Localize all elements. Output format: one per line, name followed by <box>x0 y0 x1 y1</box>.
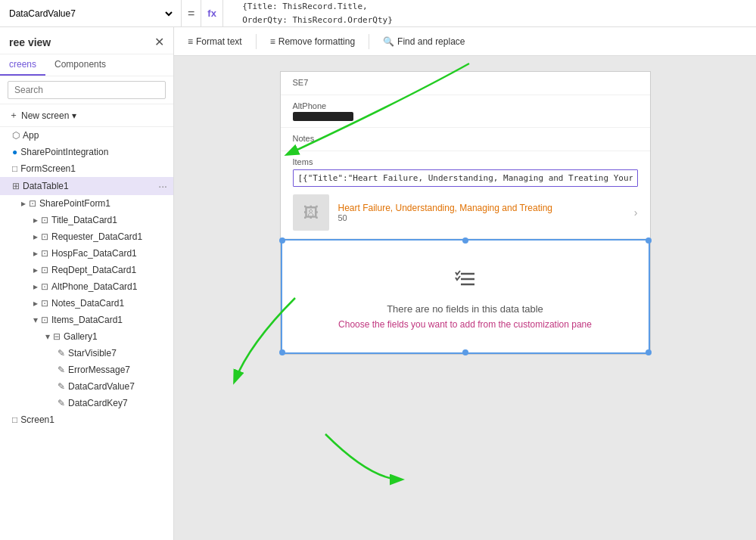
gallery-subtitle: 50 <box>338 213 625 222</box>
se7-section: SE7 <box>281 72 650 95</box>
expand-icon: ▾ <box>33 315 38 325</box>
right-panel: ≡ Format text ≡ Remove formatting 🔍 Find… <box>174 27 756 540</box>
tree-item-label: ErrorMessage7 <box>68 365 167 375</box>
format-text-button[interactable]: ≡ Format text <box>180 33 250 50</box>
screen-icon: □ <box>12 414 17 425</box>
tree-header: ree view ✕ <box>0 27 173 54</box>
search-container <box>0 76 173 104</box>
gallery-text: Heart Failure, Understanding, Managing a… <box>338 203 625 222</box>
tree-items: ⬡ App ● SharePointIntegration □ FormScre… <box>0 127 173 540</box>
screen-icon: □ <box>12 163 17 174</box>
app-icon: ⬡ <box>12 130 20 141</box>
remove-formatting-button[interactable]: ≡ Remove formatting <box>263 33 362 50</box>
data-table-empty: There are no fields in this data table C… <box>282 241 649 352</box>
tree-item-title-datacard[interactable]: ▸ ⊡ Title_DataCard1 <box>0 212 173 228</box>
tree-item-notes-datacard[interactable]: ▸ ⊡ Notes_DataCard1 <box>0 295 173 312</box>
chevron-down-icon: ▾ <box>72 110 76 121</box>
selection-handle-tr <box>646 237 652 244</box>
datacard-icon: ⊡ <box>41 231 48 242</box>
notes-section: Notes <box>281 128 650 151</box>
search-input[interactable] <box>8 81 166 99</box>
close-button[interactable]: ✕ <box>154 35 164 49</box>
gallery-item[interactable]: 🖼 Heart Failure, Understanding, Managing… <box>281 187 650 239</box>
tree-tabs: creens Components <box>0 54 173 76</box>
tree-title: ree view <box>9 36 51 48</box>
altphone-section: AltPhone <box>281 95 650 128</box>
gallery-chevron-icon: › <box>634 206 638 219</box>
selection-handle-br <box>646 349 652 355</box>
data-table-link[interactable]: Choose the fields you want to add from t… <box>338 319 592 330</box>
tree-item-formscreen1[interactable]: □ FormScreen1 <box>0 160 173 177</box>
tree-item-label: FormScreen1 <box>20 163 167 174</box>
gallery-thumbnail: 🖼 <box>293 194 329 231</box>
items-label: Items <box>293 157 638 166</box>
tree-item-label: DataCardValue7 <box>68 381 167 392</box>
more-options-button[interactable]: ··· <box>158 180 167 192</box>
equals-sign: = <box>182 0 201 26</box>
tree-item-label: SharePointIntegration <box>20 147 167 157</box>
find-replace-button[interactable]: 🔍 Find and replace <box>375 33 472 50</box>
formula-bar: DataCardValue7 = fx ForAll(ParseJSON(Dat… <box>0 0 756 27</box>
form-card: SE7 AltPhone Notes Items <box>280 71 651 355</box>
image-placeholder-icon: 🖼 <box>303 204 319 222</box>
selection-handle-bl <box>279 349 285 355</box>
tree-item-screen1[interactable]: □ Screen1 <box>0 411 173 428</box>
selection-handle-tl <box>279 237 285 244</box>
tree-item-label: Gallery1 <box>64 331 167 342</box>
tree-item-datatable1[interactable]: ⊞ DataTable1 ··· <box>0 177 173 195</box>
control-icon: ✎ <box>58 381 65 392</box>
new-screen-button[interactable]: ＋ New screen ▾ <box>0 104 173 127</box>
datacard-icon: ⊡ <box>41 248 48 259</box>
selection-handle-tc <box>462 237 468 244</box>
tree-item-label: SharePointForm1 <box>39 198 167 209</box>
tree-item-label: App <box>23 130 167 141</box>
tree-item-label: DataTable1 <box>23 181 155 191</box>
expand-icon: ▸ <box>33 248 38 259</box>
tree-item-items-datacard[interactable]: ▾ ⊡ Items_DataCard1 <box>0 312 173 328</box>
tree-item-hospfac-datacard[interactable]: ▸ ⊡ HospFac_DataCard1 <box>0 245 173 262</box>
control-icon: ✎ <box>58 365 65 375</box>
items-input[interactable] <box>293 169 638 187</box>
tree-item-requester-datacard[interactable]: ▸ ⊡ Requester_DataCard1 <box>0 228 173 245</box>
datacard-icon: ⊡ <box>41 298 48 309</box>
tree-item-label: HospFac_DataCard1 <box>51 248 167 259</box>
se7-label: SE7 <box>293 78 638 87</box>
tree-item-datacardkey7[interactable]: ✎ DataCardKey7 <box>0 395 173 411</box>
tree-item-datacardvalue7[interactable]: ✎ DataCardValue7 <box>0 378 173 395</box>
tree-item-label: Title_DataCard1 <box>51 215 167 225</box>
tree-item-reqdept-datacard[interactable]: ▸ ⊡ ReqDept_DataCard1 <box>0 262 173 278</box>
data-table-section[interactable]: There are no fields in this data table C… <box>281 239 650 354</box>
left-panel: ree view ✕ creens Components ＋ New scree… <box>0 27 174 540</box>
tree-item-errormessage7[interactable]: ✎ ErrorMessage7 <box>0 362 173 378</box>
tree-item-label: AltPhone_DataCard1 <box>51 281 167 292</box>
tree-item-label: Notes_DataCard1 <box>51 298 167 309</box>
tree-item-app[interactable]: ⬡ App <box>0 127 173 144</box>
fx-button[interactable]: fx <box>201 0 223 26</box>
formula-dropdown[interactable]: DataCardValue7 <box>0 0 182 26</box>
toolbar-separator-2 <box>369 34 369 49</box>
canvas-area[interactable]: SE7 AltPhone Notes Items <box>174 56 756 540</box>
tree-item-label: Requester_DataCard1 <box>51 231 167 242</box>
tree-item-label: StarVisible7 <box>68 348 167 358</box>
notes-label: Notes <box>293 134 638 143</box>
datatable-icon: ⊞ <box>12 181 20 191</box>
tab-components[interactable]: Components <box>45 54 115 76</box>
plus-icon: ＋ <box>9 109 18 122</box>
expand-icon: ▾ <box>45 331 50 342</box>
data-table-message: There are no fields in this data table <box>387 303 543 315</box>
tree-item-sharepointform1[interactable]: ▸ ⊡ SharePointForm1 <box>0 195 173 212</box>
tree-item-altphone-datacard[interactable]: ▸ ⊡ AltPhone_DataCard1 <box>0 278 173 295</box>
tab-screens[interactable]: creens <box>0 54 45 76</box>
gallery-title: Heart Failure, Understanding, Managing a… <box>338 203 625 213</box>
tree-item-gallery1[interactable]: ▾ ⊟ Gallery1 <box>0 328 173 345</box>
tree-item-sharepoint-integration[interactable]: ● SharePointIntegration <box>0 144 173 160</box>
form-icon: ⊡ <box>29 198 36 209</box>
control-icon: ✎ <box>58 398 65 408</box>
property-select[interactable]: DataCardValue7 <box>6 8 175 20</box>
data-table-icon <box>452 263 479 296</box>
remove-formatting-icon: ≡ <box>270 36 275 47</box>
expand-icon: ▸ <box>21 198 26 209</box>
tree-item-starvisible7[interactable]: ✎ StarVisible7 <box>0 345 173 362</box>
datacard-icon: ⊡ <box>41 281 48 292</box>
app-root: DataCardValue7 = fx ForAll(ParseJSON(Dat… <box>0 0 756 540</box>
